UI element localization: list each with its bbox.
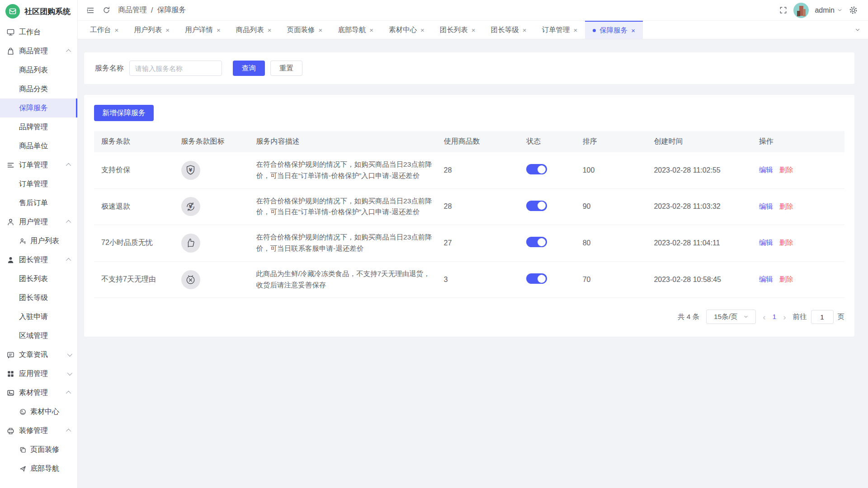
- tab-label: 用户列表: [134, 25, 162, 35]
- tab-workbench[interactable]: 工作台×: [82, 21, 126, 39]
- close-icon[interactable]: ×: [268, 27, 272, 33]
- close-icon[interactable]: ×: [369, 27, 373, 33]
- tab-label: 页面装修: [287, 25, 315, 35]
- prev-page-button[interactable]: ‹: [763, 313, 765, 321]
- fullscreen-icon[interactable]: [779, 6, 788, 14]
- sidebar-item-entry-apply[interactable]: 入驻申请: [0, 307, 77, 326]
- table-row: 不支持7天无理由 此商品为生鲜/冷藏冷冻类食品，不支持7天无理由退货，收货后请注…: [94, 261, 844, 298]
- chevron-down-icon: [67, 371, 72, 375]
- service-name-input[interactable]: [129, 61, 222, 76]
- active-dot: [593, 29, 596, 32]
- tab-footer-nav[interactable]: 底部导航×: [330, 21, 381, 39]
- sidebar-item-workbench[interactable]: 工作台: [0, 23, 77, 42]
- tab-user-detail[interactable]: 用户详情×: [177, 21, 228, 39]
- delete-link[interactable]: 删除: [779, 238, 793, 248]
- delete-link[interactable]: 删除: [779, 202, 793, 211]
- sidebar-item-label: 装修管理: [19, 426, 48, 436]
- tab-product-list[interactable]: 商品列表×: [228, 21, 279, 39]
- sidebar-item-product-list[interactable]: 商品列表: [0, 61, 77, 80]
- tabs-more-chevron-icon[interactable]: [847, 21, 868, 39]
- refresh-icon[interactable]: [102, 6, 111, 14]
- tab-page-deco[interactable]: 页面装修×: [279, 21, 330, 39]
- sidebar-group-product-mgmt[interactable]: 商品管理: [0, 42, 77, 61]
- sidebar-item-label: 商品单位: [19, 141, 48, 151]
- edit-link[interactable]: 编辑: [759, 165, 773, 175]
- edit-link[interactable]: 编辑: [759, 202, 773, 211]
- page-size-select[interactable]: 15条/页: [706, 310, 756, 324]
- tab-user-list[interactable]: 用户列表×: [126, 21, 177, 39]
- status-toggle[interactable]: [526, 201, 547, 211]
- breadcrumb-parent[interactable]: 商品管理: [118, 5, 147, 15]
- sidebar-item-order-mgmt[interactable]: 订单管理: [0, 174, 77, 193]
- tab-label: 工作台: [90, 25, 111, 35]
- service-desc: 在符合价格保护规则的情况下，如购买商品当日23点前降价，可当日联系客服申请-退还…: [256, 232, 435, 254]
- goto-unit: 页: [838, 312, 845, 322]
- sidebar-group-article-news[interactable]: 文章资讯: [0, 345, 77, 364]
- status-toggle[interactable]: [526, 164, 547, 174]
- col-service-desc: 服务内容描述: [252, 131, 439, 152]
- tab-leader-list[interactable]: 团长列表×: [432, 21, 483, 39]
- sidebar-group-material-mgmt[interactable]: 素材管理: [0, 383, 77, 402]
- page-number[interactable]: 1: [773, 313, 777, 321]
- table-row: 极速退款 ¥ 在符合价格保护规则的情况下，如购买商品当日23点前降价，可当日在“…: [94, 188, 844, 225]
- logo: 社区团购系统: [0, 0, 77, 23]
- avatar[interactable]: [793, 3, 809, 18]
- close-icon[interactable]: ×: [523, 27, 527, 33]
- edit-link[interactable]: 编辑: [759, 275, 773, 284]
- close-icon[interactable]: ×: [573, 27, 577, 33]
- sidebar-item-guarantee-service[interactable]: 保障服务: [0, 99, 77, 117]
- tab-material-center[interactable]: 素材中心×: [381, 21, 432, 39]
- close-icon[interactable]: ×: [115, 27, 119, 33]
- close-icon[interactable]: ×: [472, 27, 476, 33]
- sidebar-item-aftersale-order[interactable]: 售后订单: [0, 193, 77, 212]
- sidebar-group-app-mgmt[interactable]: 应用管理: [0, 364, 77, 383]
- status-toggle[interactable]: [526, 237, 547, 247]
- cell-name: 72小时品质无忧: [94, 225, 177, 262]
- copy-icon: [19, 446, 27, 454]
- sidebar-group-order-mgmt[interactable]: 订单管理: [0, 155, 77, 174]
- status-toggle[interactable]: [526, 273, 547, 284]
- sidebar-item-footer-nav[interactable]: 底部导航: [0, 459, 77, 478]
- sidebar-item-user-list[interactable]: 用户列表: [0, 231, 77, 250]
- sidebar-item-brand-mgmt[interactable]: 品牌管理: [0, 117, 77, 136]
- sidebar-group-deco-mgmt[interactable]: 装修管理: [0, 421, 77, 440]
- sidebar-fold-icon[interactable]: [86, 6, 95, 15]
- close-icon[interactable]: ×: [319, 27, 323, 33]
- col-status: 状态: [522, 131, 578, 152]
- delete-link[interactable]: 删除: [779, 275, 793, 284]
- tab-label: 保障服务: [599, 26, 627, 35]
- sidebar-group-leader-mgmt[interactable]: 团长管理: [0, 250, 77, 269]
- close-icon[interactable]: ×: [420, 27, 425, 33]
- breadcrumb-current: 保障服务: [157, 5, 186, 15]
- chevron-down-icon: [67, 352, 72, 357]
- reset-button[interactable]: 重置: [270, 61, 302, 76]
- sidebar-item-leader-list[interactable]: 团长列表: [0, 269, 77, 288]
- user-menu[interactable]: admin: [815, 6, 843, 14]
- sidebar-item-leader-level[interactable]: 团长等级: [0, 288, 77, 307]
- edit-link[interactable]: 编辑: [759, 238, 773, 248]
- cell-status: [522, 152, 578, 188]
- sidebar-item-page-deco[interactable]: 页面装修: [0, 440, 77, 459]
- grid-icon: [6, 370, 15, 378]
- sidebar-item-label: 工作台: [19, 28, 41, 37]
- sidebar-item-label: 入驻申请: [19, 312, 48, 322]
- gear-icon[interactable]: [849, 5, 858, 15]
- sidebar-group-user-mgmt[interactable]: 用户管理: [0, 212, 77, 231]
- guarantee-service-table: 服务条款 服务条款图标 服务内容描述 使用商品数 状态 排序 创建时间 操作 支: [94, 131, 844, 298]
- add-guarantee-service-button[interactable]: 新增保障服务: [94, 105, 154, 121]
- sidebar-item-product-category[interactable]: 商品分类: [0, 80, 77, 99]
- sidebar-item-product-unit[interactable]: 商品单位: [0, 136, 77, 155]
- next-page-button[interactable]: ›: [783, 313, 786, 321]
- sidebar-item-region-mgmt[interactable]: 区域管理: [0, 326, 77, 345]
- query-button[interactable]: 查询: [233, 61, 265, 76]
- tab-leader-level[interactable]: 团长等级×: [483, 21, 534, 39]
- topbar-right: admin: [779, 3, 858, 18]
- goto-page-input[interactable]: [811, 310, 834, 324]
- sidebar-item-material-center[interactable]: 素材中心: [0, 402, 77, 421]
- close-icon[interactable]: ×: [165, 27, 170, 33]
- delete-link[interactable]: 删除: [779, 165, 793, 175]
- close-icon[interactable]: ×: [631, 27, 635, 34]
- close-icon[interactable]: ×: [217, 27, 221, 33]
- tab-order-mgmt[interactable]: 订单管理×: [534, 21, 585, 39]
- tab-guarantee-service[interactable]: 保障服务×: [585, 21, 643, 39]
